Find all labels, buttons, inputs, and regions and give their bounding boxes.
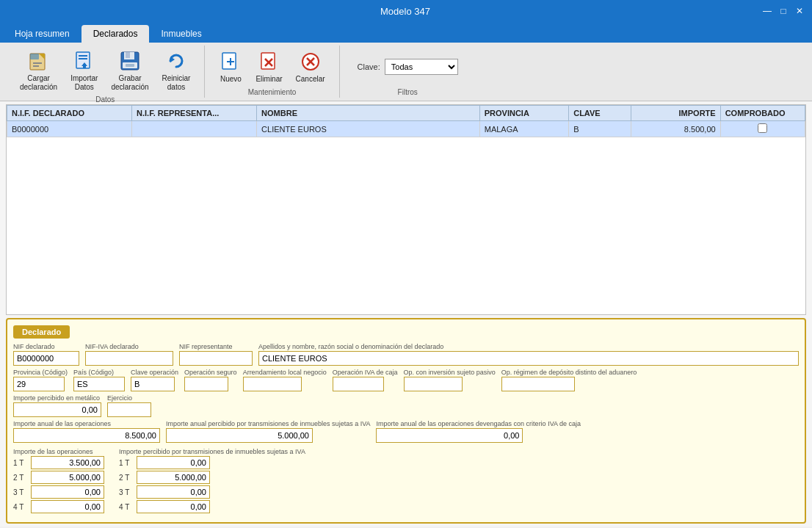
- importe-metalico-input[interactable]: [13, 402, 101, 417]
- ejercicio-input[interactable]: [107, 402, 151, 417]
- arrendamiento-label: Arrendamiento local negocio: [243, 369, 327, 376]
- nif-iva-label: NIF-IVA declarado: [85, 343, 173, 350]
- importe-devengadas-input[interactable]: [376, 428, 523, 443]
- op-inversion-label: Op. con inversión sujeto pasivo: [404, 369, 496, 376]
- quarter-1t-tr-input[interactable]: [137, 456, 210, 469]
- op-seguro-input[interactable]: [184, 377, 228, 391]
- field-clave-op: Clave operación: [131, 369, 178, 391]
- quarter-1t-op-input[interactable]: [31, 456, 104, 469]
- cancelar-button[interactable]: Cancelar: [291, 46, 330, 87]
- nif-declarado-input[interactable]: [13, 351, 79, 366]
- quarter-4t-op-label: 4 T: [13, 503, 28, 511]
- apellidos-input[interactable]: [258, 351, 799, 366]
- quarter-3t-tr-label: 3 T: [119, 488, 134, 496]
- close-button[interactable]: ✕: [793, 4, 806, 18]
- col-comprobado: COMPROBADO: [720, 106, 805, 121]
- cell-clave: B: [569, 121, 631, 137]
- filter-area: Clave: Todas A B C: [349, 46, 467, 88]
- svg-rect-1: [30, 54, 39, 59]
- tab-bar: Hoja resumen Declarados Inmuebles: [0, 22, 812, 43]
- arrendamiento-input[interactable]: [243, 377, 302, 391]
- quarter-4t-tr-label: 4 T: [119, 503, 134, 511]
- svg-rect-3: [33, 62, 42, 64]
- field-importe-anual: Importe anual de las operaciones: [13, 420, 160, 443]
- maximize-button[interactable]: □: [777, 4, 790, 18]
- field-nif-iva: NIF-IVA declarado: [85, 343, 173, 366]
- cancelar-icon: [299, 50, 322, 73]
- quarter-3t-op-label: 3 T: [13, 488, 28, 496]
- quarter-row-3t-op: 3 T: [13, 485, 104, 499]
- toolbar-group-filtros: Clave: Todas A B C Filtros: [340, 46, 476, 98]
- grabar-declaracion-button[interactable]: Grabardeclaración: [106, 46, 153, 95]
- tab-declarados[interactable]: Declarados: [81, 25, 150, 43]
- cargar-declaracion-button[interactable]: Cargardeclaración: [15, 46, 62, 95]
- quarter-4t-op-input[interactable]: [31, 500, 104, 513]
- comprobado-checkbox[interactable]: [758, 123, 767, 133]
- quarter-4t-tr-input[interactable]: [137, 500, 210, 513]
- col-provincia: PROVINCIA: [479, 106, 568, 121]
- importe-metalico-label: Importe percibido en metálico: [13, 394, 101, 402]
- field-importe-transmisiones: Importe anual percibido por transmisione…: [166, 420, 370, 443]
- operaciones-section-label: Importe de las operaciones: [13, 448, 93, 455]
- cell-provincia: MALAGA: [479, 121, 568, 137]
- nif-iva-input[interactable]: [85, 351, 173, 366]
- detail-panel: Declarado NIF declarado NIF-IVA declarad…: [6, 318, 806, 524]
- nif-rep-input[interactable]: [179, 351, 253, 366]
- clave-filter-label: Clave:: [358, 62, 380, 71]
- col-importe: IMPORTE: [631, 106, 720, 121]
- eliminar-button[interactable]: Eliminar: [250, 46, 287, 87]
- op-inversion-input[interactable]: [404, 377, 463, 391]
- quarter-2t-op-input[interactable]: [31, 471, 104, 484]
- data-table: N.I.F. DECLARADO N.I.F. REPRESENTA... NO…: [7, 105, 805, 137]
- nuevo-button[interactable]: Nuevo: [214, 46, 247, 87]
- svg-rect-4: [33, 65, 39, 67]
- toolbar-mantenimiento-buttons: Nuevo Eliminar: [214, 46, 330, 88]
- main-content: N.I.F. DECLARADO N.I.F. REPRESENTA... NO…: [0, 101, 812, 527]
- col-nombre: NOMBRE: [257, 106, 480, 121]
- cargar-label: Cargardeclaración: [20, 74, 57, 92]
- clave-op-label: Clave operación: [131, 369, 178, 376]
- transmisiones-section: Importe percibido por transmisiones de i…: [119, 446, 305, 513]
- importe-anual-input[interactable]: [13, 428, 160, 443]
- table-row[interactable]: B0000000 CLIENTE EUROS MALAGA B 8.500,00: [7, 121, 805, 137]
- eliminar-label: Eliminar: [255, 75, 282, 84]
- operaciones-quarter-table: 1 T 2 T 3 T 4 T: [13, 456, 104, 513]
- field-nif-declarado: NIF declarado: [13, 343, 79, 366]
- toolbar-datos-buttons: Cargardeclaración ImportarDatos: [15, 46, 195, 95]
- quarter-3t-tr-input[interactable]: [137, 485, 210, 499]
- op-iva-input[interactable]: [333, 377, 384, 391]
- op-deposito-input[interactable]: [501, 377, 575, 391]
- provincia-input[interactable]: [13, 377, 65, 391]
- form-row-nif: NIF declarado NIF-IVA declarado NIF repr…: [13, 343, 799, 366]
- quarter-2t-tr-input[interactable]: [137, 471, 210, 484]
- toolbar: Cargardeclaración ImportarDatos: [0, 43, 812, 101]
- importar-datos-button[interactable]: ImportarDatos: [65, 46, 103, 95]
- clave-op-input[interactable]: [131, 377, 175, 391]
- importe-transmisiones-label: Importe anual percibido por transmisione…: [166, 420, 370, 427]
- tab-hoja-resumen[interactable]: Hoja resumen: [3, 25, 81, 43]
- svg-rect-7: [79, 58, 87, 59]
- op-deposito-label: Op. régimen de depósito distinto del adu…: [501, 369, 637, 376]
- minimize-button[interactable]: —: [761, 4, 774, 18]
- svg-rect-14: [126, 64, 134, 67]
- cell-nif: B0000000: [7, 121, 132, 137]
- quarter-3t-op-input[interactable]: [31, 485, 104, 499]
- provincia-label: Provincia (Código): [13, 369, 68, 376]
- importe-transmisiones-input[interactable]: [166, 428, 313, 443]
- field-pais: País (Código): [73, 369, 125, 391]
- table-area: N.I.F. DECLARADO N.I.F. REPRESENTA... NO…: [6, 104, 806, 315]
- clave-filter-select[interactable]: Todas A B C: [385, 59, 458, 75]
- quarter-1t-op-label: 1 T: [13, 459, 28, 467]
- toolbar-group-mantenimiento: Nuevo Eliminar: [205, 46, 339, 98]
- apellidos-label: Apellidos y nombre, razón social o denom…: [258, 343, 799, 350]
- field-op-iva: Operación IVA de caja: [333, 369, 398, 391]
- reiniciar-datos-button[interactable]: Reiniciardatos: [157, 46, 196, 95]
- pais-input[interactable]: [73, 377, 125, 391]
- importar-label: ImportarDatos: [70, 74, 98, 92]
- tab-inmuebles[interactable]: Inmuebles: [149, 25, 213, 43]
- nuevo-icon: [219, 50, 242, 73]
- cargar-icon: [27, 49, 51, 73]
- field-nif-rep: NIF representante: [179, 343, 253, 366]
- form-row-importes: Importe percibido en metálico Ejercicio: [13, 394, 799, 417]
- field-importe-metalico: Importe percibido en metálico: [13, 394, 101, 417]
